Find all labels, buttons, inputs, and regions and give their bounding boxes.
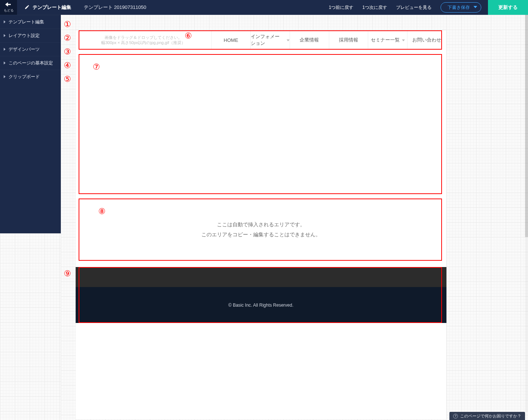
nav-item-label: お問い合わせ xyxy=(412,37,441,43)
footer-top-bar xyxy=(76,267,446,287)
auto-area-line1: ここは自動で挿入されるエリアです。 xyxy=(217,220,305,230)
triangle-right-icon xyxy=(4,34,6,37)
draft-save-button[interactable]: 下書き保存 xyxy=(440,2,481,13)
chevron-down-icon xyxy=(402,37,405,43)
top-bar: もどる テンプレート編集 テンプレート 201907311050 1つ前に戻す … xyxy=(0,0,528,15)
annotation-8: ⑧ xyxy=(98,207,106,216)
header-nav-row: 画像をドラッグ＆ドロップしてください。 幅300px × 高さ50px以内のjp… xyxy=(76,30,446,50)
nav-item-label: HOME xyxy=(224,37,238,43)
scrollbar-thumb[interactable] xyxy=(525,15,528,237)
nav-item-home[interactable]: HOME xyxy=(212,30,251,50)
draft-save-label: 下書き保存 xyxy=(448,4,470,11)
help-chip[interactable]: ? このページで何かお困りですか？ xyxy=(449,412,525,420)
help-chip-text: このページで何かお困りですか？ xyxy=(460,413,521,419)
auto-area-line2: このエリアをコピー・編集することはできません。 xyxy=(201,230,321,240)
sidebar-item-label: クリップボード xyxy=(9,74,40,80)
title-group: テンプレート編集 テンプレート 201907311050 xyxy=(17,0,151,15)
sidebar-item-design-parts[interactable]: デザインパーツ xyxy=(0,42,61,56)
back-label: もどる xyxy=(4,8,14,13)
nav-item-information[interactable]: インフォメーション xyxy=(251,30,290,50)
footer-bottom-bar: © Basic Inc. All Rights Reserved. xyxy=(76,287,446,323)
nav-item-label: セミナー一覧 xyxy=(371,37,400,43)
nav-item-contact[interactable]: お問い合わせ xyxy=(407,30,446,50)
nav-item-label: 採用情報 xyxy=(339,37,358,43)
triangle-right-icon xyxy=(4,75,6,78)
nav-item-label: 企業情報 xyxy=(300,37,319,43)
footer-copyright: © Basic Inc. All Rights Reserved. xyxy=(228,303,294,308)
sidebar-item-template-edit[interactable]: テンプレート編集 xyxy=(0,15,61,29)
nav-item-recruit[interactable]: 採用情報 xyxy=(329,30,369,50)
update-button[interactable]: 更新する xyxy=(488,0,528,15)
canvas-grid-left xyxy=(0,233,61,420)
sidebar-item-clipboard[interactable]: クリップボード xyxy=(0,70,61,83)
nav-wrap: HOME インフォメーション 企業情報 採用情報 セミナー一覧 お問い合わせ xyxy=(212,30,446,50)
nav-item-label: インフォメーション xyxy=(251,33,284,47)
sidebar-item-page-basic-settings[interactable]: このページの基本設定 xyxy=(0,56,61,70)
page-title: テンプレート編集 xyxy=(33,4,71,11)
triangle-right-icon xyxy=(4,61,6,64)
nav-item-company[interactable]: 企業情報 xyxy=(290,30,329,50)
annotation-6: ⑥ xyxy=(185,31,192,41)
sidebar-item-label: テンプレート編集 xyxy=(9,19,44,25)
logo-drop-line2: 幅300px × 高さ50px以内のjpg,png,gif（推奨） xyxy=(101,40,185,45)
document-name: テンプレート 201907311050 xyxy=(79,4,151,11)
back-arrow-icon xyxy=(5,2,12,8)
top-actions: 1つ前に戻す 1つ次に戻す プレビューを見る 下書き保存 更新する xyxy=(325,0,528,15)
back-button[interactable]: もどる xyxy=(0,0,17,15)
nav-item-seminars[interactable]: セミナー一覧 xyxy=(368,30,407,50)
auto-insert-area: ここは自動で挿入されるエリアです。 このエリアをコピー・編集することはできません… xyxy=(76,199,446,261)
page-title-group: テンプレート編集 xyxy=(17,4,79,11)
logo-drop-line1: 画像をドラッグ＆ドロップしてください。 xyxy=(105,35,182,40)
help-icon: ? xyxy=(453,414,458,419)
undo-link[interactable]: 1つ前に戻す xyxy=(325,0,357,15)
scrollbar[interactable] xyxy=(525,15,528,412)
annotation-5: ⑤ xyxy=(64,74,71,84)
annotation-1: ① xyxy=(64,20,71,29)
sidebar-item-label: このページの基本設定 xyxy=(9,60,53,66)
triangle-right-icon xyxy=(4,48,6,51)
triangle-right-icon xyxy=(4,20,6,23)
pencil-icon xyxy=(24,4,30,11)
preview-link[interactable]: プレビューを見る xyxy=(392,0,435,15)
annotation-3: ③ xyxy=(64,47,71,57)
chevron-down-icon xyxy=(287,37,290,43)
annotation-7: ⑦ xyxy=(93,62,100,72)
caret-down-icon xyxy=(473,5,477,10)
hero-content-area[interactable] xyxy=(76,54,446,194)
sidebar-item-label: レイアウト設定 xyxy=(9,33,40,39)
footer-block[interactable]: © Basic Inc. All Rights Reserved. xyxy=(76,267,446,323)
update-label: 更新する xyxy=(498,4,518,11)
sidebar-item-layout-settings[interactable]: レイアウト設定 xyxy=(0,29,61,42)
annotation-9: ⑨ xyxy=(64,269,71,279)
redo-link[interactable]: 1つ次に戻す xyxy=(359,0,391,15)
artboard[interactable]: 画像をドラッグ＆ドロップしてください。 幅300px × 高さ50px以内のjp… xyxy=(76,30,446,419)
sidebar: テンプレート編集 レイアウト設定 デザインパーツ このページの基本設定 クリップ… xyxy=(0,15,61,233)
annotation-4: ④ xyxy=(64,61,71,70)
annotation-2: ② xyxy=(64,33,71,43)
sidebar-item-label: デザインパーツ xyxy=(9,46,40,53)
